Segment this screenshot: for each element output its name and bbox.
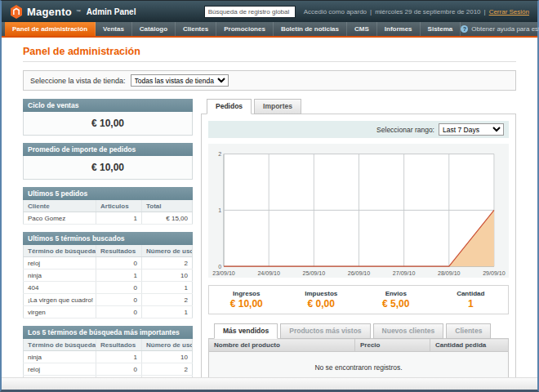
dashboard-sidebar: Ciclo de ventas € 10,00 Promedio de impo… <box>23 99 193 377</box>
box-header: Ultimos 5 pedidos <box>23 187 193 200</box>
sales-cycle-value: € 10,00 <box>23 112 193 136</box>
nav-item-cms[interactable]: CMS <box>347 22 377 36</box>
table-row: Paco Gomez1€ 15,00 <box>24 212 193 225</box>
help-link[interactable]: ? Obtener ayuda para esta página <box>461 22 539 36</box>
grid-empty-row: No se encontraron registros. <box>209 352 509 377</box>
tab-importes[interactable]: Importes <box>254 99 301 114</box>
orders-area-chart: 01223/09/1024/09/1025/09/1026/09/1027/09… <box>211 148 506 277</box>
svg-text:29/09/10: 29/09/10 <box>483 270 506 276</box>
top-search-terms-box: Los 5 términos de búsqueda más important… <box>23 326 193 377</box>
box-header: Ultimos 5 términos buscados <box>23 232 193 245</box>
products-grid: Nombre del productoPrecioCantidad pedida… <box>208 338 509 377</box>
stat-label: Cantidad <box>435 290 507 297</box>
svg-text:26/09/10: 26/09/10 <box>348 270 371 276</box>
sales-cycle-box: Ciclo de ventas € 10,00 <box>23 99 193 136</box>
table-cell: 0 <box>96 306 142 318</box>
average-order-box: Promedio de importe de pedidos € 10,00 <box>23 143 193 180</box>
stat-value: € 5,00 <box>360 298 432 310</box>
table-cell: 1 <box>142 306 193 318</box>
table-row: ninja110 <box>24 270 193 282</box>
table-header-row: Término de búsquedaResultadosNúmero de u… <box>24 339 193 351</box>
table-cell: ¡La virgen que cuadro! <box>24 294 96 306</box>
average-order-value: € 10,00 <box>23 156 193 180</box>
table-cell: 1 <box>142 282 193 294</box>
table-cell: 2 <box>142 363 193 376</box>
brand-name: Magento <box>27 6 72 18</box>
store-view-select[interactable]: Todas las vistas de tienda <box>131 74 229 87</box>
brand-suffix: Admin Panel <box>87 7 136 16</box>
svg-text:28/09/10: 28/09/10 <box>438 270 461 276</box>
svg-text:27/09/10: 27/09/10 <box>393 270 416 276</box>
grid-header-row: Nombre del productoPrecioCantidad pedida <box>209 339 509 352</box>
svg-text:25/09/10: 25/09/10 <box>303 270 326 276</box>
tab-productos-mas-vistos: Productos más vistos <box>280 323 370 339</box>
page-title: Panel de administración <box>23 46 516 62</box>
stat-ingresos: Ingresos€ 10,00 <box>209 286 284 314</box>
totals-bar: Ingresos€ 10,00Impuestos€ 0,00Envios€ 5,… <box>208 285 509 314</box>
logout-link[interactable]: Cerrar Sesión <box>489 8 529 16</box>
table-header-row: ClienteArticulosTotal <box>24 200 193 212</box>
stat-value: € 0,00 <box>286 298 358 310</box>
table-cell: 0 <box>96 363 142 376</box>
separator: | <box>370 8 372 16</box>
logged-in-as: Accedió como apardo <box>304 8 367 16</box>
table-row: ninja110 <box>24 351 193 363</box>
grid-column-precio: Precio <box>355 339 430 352</box>
column-header-resultados: Resultados <box>96 245 142 257</box>
table-cell: reloj <box>24 257 96 270</box>
no-records-message: No se encontraron registros. <box>209 352 509 377</box>
table-cell: 10 <box>142 270 193 282</box>
nav-item-sistema[interactable]: Sistema <box>421 22 461 36</box>
table-cell: virgen <box>24 306 96 318</box>
table-cell: 1 <box>96 212 142 225</box>
stat-value: 1 <box>435 298 507 310</box>
tab-mas-vendidos[interactable]: Más vendidos <box>214 323 278 339</box>
table-header-row: Término de búsquedaResultadosNúmero de u… <box>24 245 193 257</box>
global-search-input[interactable] <box>204 6 296 18</box>
tab-pedidos[interactable]: Pedidos <box>207 99 252 114</box>
product-tabs: Más vendidosProductos más vistosNuevos c… <box>208 323 509 339</box>
column-header-termino-de-busqueda: Término de búsqueda <box>24 339 96 351</box>
table-cell: 10 <box>142 351 193 363</box>
table-row: 40401 <box>24 282 193 294</box>
grid-column-cantidad-pedida: Cantidad pedida <box>430 339 509 352</box>
nav-item-ventas[interactable]: Ventas <box>96 22 132 36</box>
brand-trademark: ™ <box>76 9 81 14</box>
main-navigation-bar: Panel de administraciónVentasCatálogoCli… <box>2 22 537 36</box>
stat-cantidad: Cantidad1 <box>434 286 509 314</box>
magento-logo-icon <box>10 5 23 19</box>
stat-label: Envios <box>360 290 432 297</box>
page-content: Panel de administración Seleccione la vi… <box>2 38 537 377</box>
table-cell: 0 <box>96 294 142 306</box>
last-search-terms-box: Ultimos 5 términos buscados Término de b… <box>23 232 193 318</box>
stat-envios: Envios€ 5,00 <box>359 286 434 314</box>
range-select[interactable]: Last 7 Days <box>439 123 504 136</box>
box-header: Los 5 términos de búsqueda más important… <box>23 326 193 339</box>
svg-text:1: 1 <box>218 207 221 213</box>
nav-item-panel-de-administracion[interactable]: Panel de administración <box>5 22 96 36</box>
help-icon: ? <box>461 25 468 33</box>
box-header: Ciclo de ventas <box>23 99 193 112</box>
grid-column-nombre-del-producto: Nombre del producto <box>209 339 355 352</box>
nav-item-catalogo[interactable]: Catálogo <box>132 22 176 36</box>
table-cell: 404 <box>24 282 96 294</box>
table-cell: ninja <box>24 270 96 282</box>
stat-label: Impuestos <box>286 290 358 297</box>
current-date: miércoles 29 de septiembre de 2010 <box>375 8 480 16</box>
nav-item-promociones[interactable]: Promociones <box>216 22 274 36</box>
top-header-bar: Magento™ Admin Panel Accedió como apardo… <box>2 1 537 22</box>
tab-clientes: Clientes <box>446 323 491 339</box>
nav-item-boletin-de-noticias[interactable]: Boletín de noticias <box>274 22 347 36</box>
column-header-resultados: Resultados <box>96 339 142 351</box>
table-cell: 2 <box>142 257 193 270</box>
nav-item-informes[interactable]: Informes <box>377 22 421 36</box>
column-header-cliente: Cliente <box>24 200 96 212</box>
table-row: reloj02 <box>24 257 193 270</box>
range-label: Seleccionar rango: <box>376 126 434 134</box>
report-tabs: PedidosImportes <box>201 99 516 114</box>
table-cell: 1 <box>96 270 142 282</box>
magento-admin-window: Magento™ Admin Panel Accedió como apardo… <box>0 0 539 392</box>
help-label: Obtener ayuda para esta página <box>471 25 539 33</box>
nav-item-clientes[interactable]: Clientes <box>176 22 216 36</box>
table-cell: ninja <box>24 351 96 363</box>
